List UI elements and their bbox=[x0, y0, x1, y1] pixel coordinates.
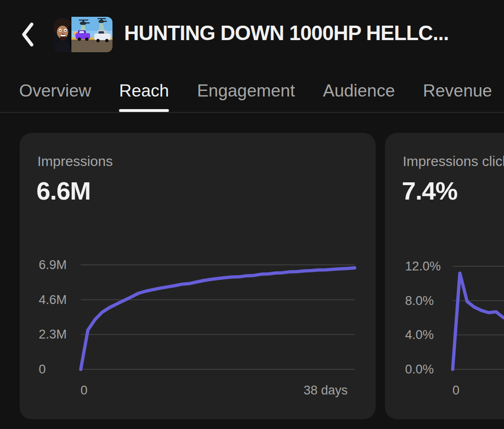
y-axis-label: 0 bbox=[39, 362, 46, 377]
tab-bar: Overview Reach Engagement Audience Reven… bbox=[0, 70, 504, 112]
tab-label: Overview bbox=[19, 81, 91, 101]
tab-reach[interactable]: Reach bbox=[119, 70, 169, 112]
ctr-line-chart bbox=[385, 133, 504, 419]
chevron-left-icon bbox=[21, 22, 35, 47]
impressions-card[interactable]: Impressions 6.6M 6.9M 4.6M 2.3M 0 0 38 d… bbox=[20, 133, 376, 419]
y-axis-label: 0.0% bbox=[405, 362, 434, 377]
back-button[interactable] bbox=[14, 19, 42, 50]
ctr-card[interactable]: Impressions click-through rate 7.4% 12.0… bbox=[385, 133, 504, 419]
tab-label: Engagement bbox=[197, 81, 295, 101]
tab-audience[interactable]: Audience bbox=[323, 70, 395, 112]
thumbnail-art bbox=[54, 17, 112, 52]
y-axis-label: 2.3M bbox=[39, 327, 67, 342]
video-thumbnail[interactable] bbox=[54, 17, 112, 52]
tab-divider bbox=[0, 112, 504, 113]
tab-label: Revenue bbox=[423, 81, 492, 101]
y-axis-label: 4.0% bbox=[405, 328, 434, 342]
tab-label: Reach bbox=[119, 81, 169, 101]
trend-line bbox=[81, 268, 355, 370]
tab-revenue[interactable]: Revenue bbox=[423, 70, 492, 112]
tab-overview[interactable]: Overview bbox=[19, 70, 91, 112]
analytics-screen: HUNTING DOWN 1000HP HELLC... Overview Re… bbox=[0, 0, 504, 429]
x-axis-label-start: 0 bbox=[80, 383, 87, 398]
tab-label: Audience bbox=[323, 81, 395, 101]
impressions-line-chart bbox=[20, 133, 376, 419]
video-title: HUNTING DOWN 1000HP HELLC... bbox=[124, 21, 449, 45]
tab-engagement[interactable]: Engagement bbox=[197, 70, 295, 112]
y-axis-label: 4.6M bbox=[39, 292, 67, 307]
y-axis-label: 6.9M bbox=[39, 258, 67, 272]
x-axis-label-end: 38 days bbox=[303, 383, 348, 398]
x-axis-label-start: 0 bbox=[452, 383, 459, 398]
y-axis-label: 8.0% bbox=[405, 293, 434, 308]
y-axis-label: 12.0% bbox=[405, 259, 441, 274]
trend-line bbox=[453, 273, 504, 369]
